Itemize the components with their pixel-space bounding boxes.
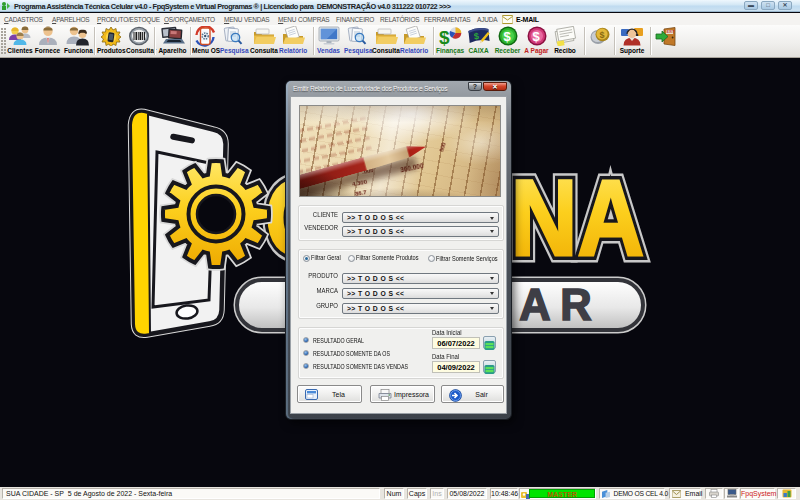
svg-text:$: $	[473, 31, 479, 41]
svg-text:$: $	[532, 29, 540, 44]
svg-text:$: $	[600, 30, 605, 40]
svg-text:EXIT: EXIT	[667, 30, 676, 34]
svg-text:$: $	[503, 29, 511, 44]
svg-text:$: $	[439, 27, 450, 46]
